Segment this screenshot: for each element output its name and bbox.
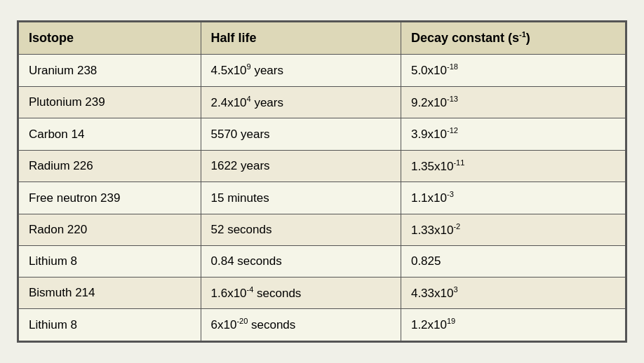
cell-decay: 4.33x103 [401, 277, 625, 308]
cell-isotope: Plutonium 239 [19, 86, 201, 118]
cell-isotope: Lithium 8 [19, 309, 201, 341]
isotope-table-wrapper: Isotope Half life Decay constant (s-1) U… [17, 20, 627, 343]
cell-halflife: 0.84 seconds [201, 246, 401, 278]
cell-isotope: Radium 226 [19, 150, 201, 182]
table-row: Free neutron 23915 minutes1.1x10-3 [19, 182, 626, 214]
cell-isotope: Lithium 8 [19, 246, 201, 278]
cell-halflife: 2.4x104 years [201, 86, 401, 118]
table-header-row: Isotope Half life Decay constant (s-1) [19, 22, 626, 55]
cell-isotope: Free neutron 239 [19, 182, 201, 214]
isotope-table: Isotope Half life Decay constant (s-1) U… [18, 22, 626, 341]
cell-halflife: 15 minutes [201, 182, 401, 214]
cell-decay: 1.33x10-2 [401, 214, 625, 245]
cell-decay: 5.0x10-18 [401, 55, 625, 86]
cell-isotope: Radon 220 [19, 214, 201, 245]
cell-halflife: 52 seconds [201, 214, 401, 245]
cell-isotope: Uranium 238 [19, 55, 201, 86]
table-row: Uranium 2384.5x109 years5.0x10-18 [19, 55, 626, 86]
cell-decay: 3.9x10-12 [401, 118, 625, 150]
cell-isotope: Carbon 14 [19, 118, 201, 150]
cell-decay: 9.2x10-13 [401, 86, 625, 118]
cell-halflife: 6x10-20 seconds [201, 309, 401, 341]
table-row: Plutonium 2392.4x104 years9.2x10-13 [19, 86, 626, 118]
header-halflife: Half life [201, 22, 401, 55]
cell-decay: 1.35x10-11 [401, 150, 625, 182]
cell-halflife: 5570 years [201, 118, 401, 150]
cell-isotope: Bismuth 214 [19, 277, 201, 308]
cell-decay: 1.1x10-3 [401, 182, 625, 214]
table-row: Radon 22052 seconds1.33x10-2 [19, 214, 626, 245]
header-isotope: Isotope [19, 22, 201, 55]
cell-decay: 0.825 [401, 246, 625, 278]
header-decay: Decay constant (s-1) [401, 22, 625, 55]
table-row: Carbon 145570 years3.9x10-12 [19, 118, 626, 150]
cell-decay: 1.2x1019 [401, 309, 625, 341]
cell-halflife: 4.5x109 years [201, 55, 401, 86]
table-row: Radium 2261622 years1.35x10-11 [19, 150, 626, 182]
table-row: Lithium 86x10-20 seconds1.2x1019 [19, 309, 626, 341]
table-row: Lithium 80.84 seconds0.825 [19, 246, 626, 278]
cell-halflife: 1.6x10-4 seconds [201, 277, 401, 308]
table-row: Bismuth 2141.6x10-4 seconds4.33x103 [19, 277, 626, 308]
cell-halflife: 1622 years [201, 150, 401, 182]
